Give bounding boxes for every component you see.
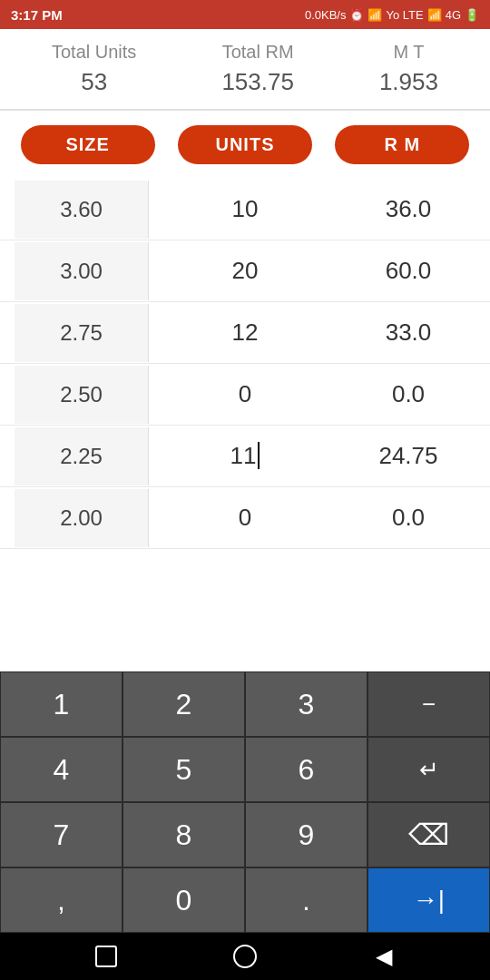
size-cell: 2.75 [15,304,149,362]
size-header-button[interactable]: SIZE [21,125,155,164]
keyboard-row: 123− [0,671,490,737]
recents-icon[interactable] [227,938,263,975]
summary-row: Total Units 53 Total RM 153.75 M T 1.953 [0,29,490,100]
rm-cell: 0.0 [341,487,475,548]
numeric-keyboard: 123−456↵789⌫,0.→| [0,671,490,933]
size-cell: 2.00 [15,489,149,547]
key-minus[interactable]: − [368,671,490,737]
total-units-summary: Total Units 53 [52,42,136,96]
network-speed: 0.0KB/s [305,8,347,22]
table-row[interactable]: 2.5000.0 [0,364,490,426]
total-units-label: Total Units [52,42,136,63]
size-cell: 3.00 [15,242,149,300]
key-3[interactable]: 3 [245,671,368,737]
key-enter[interactable]: ↵ [368,737,490,802]
units-cell[interactable]: 11 [178,426,312,486]
key-5[interactable]: 5 [122,737,245,802]
size-cell: 2.50 [15,366,149,424]
time-display: 3:17 PM [11,7,63,23]
rm-cell: 24.75 [341,426,475,486]
units-header-button[interactable]: UNITS [178,125,312,164]
units-cell[interactable]: 0 [178,487,312,548]
key-8[interactable]: 8 [122,802,245,867]
lte-label: Yo LTE [386,8,423,22]
table-row[interactable]: 2.751233.0 [0,302,490,364]
units-cell[interactable]: 20 [178,240,312,301]
total-rm-summary: Total RM 153.75 [221,42,294,96]
status-bar: 3:17 PM 0.0KB/s ⏰ 📶 Yo LTE 📶 4G 🔋 [0,0,490,29]
keyboard-row: 456↵ [0,737,490,802]
rm-cell: 36.0 [341,179,475,240]
battery-icon: 🔋 [465,8,479,22]
key-.[interactable]: . [245,867,368,933]
units-cell[interactable]: 10 [178,179,312,240]
table-row[interactable]: 2.0000.0 [0,487,490,549]
key-,[interactable]: , [0,867,122,933]
mt-label: M T [393,42,424,63]
key-0[interactable]: 0 [122,867,245,933]
size-cell: 2.25 [15,427,149,485]
alarm-icon: ⏰ [349,8,364,22]
mt-value: 1.953 [379,68,438,96]
table-row[interactable]: 3.002060.0 [0,240,490,302]
nav-bar: ◀ [0,933,490,980]
signal-icon-2: 📶 [427,8,442,22]
table-row[interactable]: 3.601036.0 [0,179,490,240]
rm-cell: 33.0 [341,302,475,363]
key-4[interactable]: 4 [0,737,122,802]
rm-cell: 0.0 [341,364,475,425]
signal-icon: 📶 [368,8,382,22]
total-rm-label: Total RM [222,42,294,63]
network-type: 4G [446,8,461,22]
keyboard-row: 789⌫ [0,802,490,867]
rm-cell: 60.0 [341,240,475,301]
mt-summary: M T 1.953 [379,42,438,96]
key-tab[interactable]: →| [368,867,490,933]
home-icon[interactable] [88,938,124,975]
back-icon[interactable]: ◀ [366,938,402,975]
rm-header-button[interactable]: R M [335,125,469,164]
status-icons: 0.0KB/s ⏰ 📶 Yo LTE 📶 4G 🔋 [305,8,479,22]
table-row[interactable]: 2.251124.75 [0,426,490,487]
key-7[interactable]: 7 [0,802,122,867]
key-1[interactable]: 1 [0,671,122,737]
key-9[interactable]: 9 [245,802,368,867]
key-6[interactable]: 6 [245,737,368,802]
units-cell[interactable]: 0 [178,364,312,425]
size-cell: 3.60 [15,181,149,239]
keyboard-row: ,0.→| [0,867,490,933]
units-cell[interactable]: 12 [178,302,312,363]
key-backspace[interactable]: ⌫ [368,802,490,867]
column-headers: SIZE UNITS R M [0,111,490,179]
key-2[interactable]: 2 [122,671,245,737]
data-table: 3.601036.03.002060.02.751233.02.5000.02.… [0,179,490,671]
total-units-value: 53 [81,68,107,96]
total-rm-value: 153.75 [221,68,294,96]
